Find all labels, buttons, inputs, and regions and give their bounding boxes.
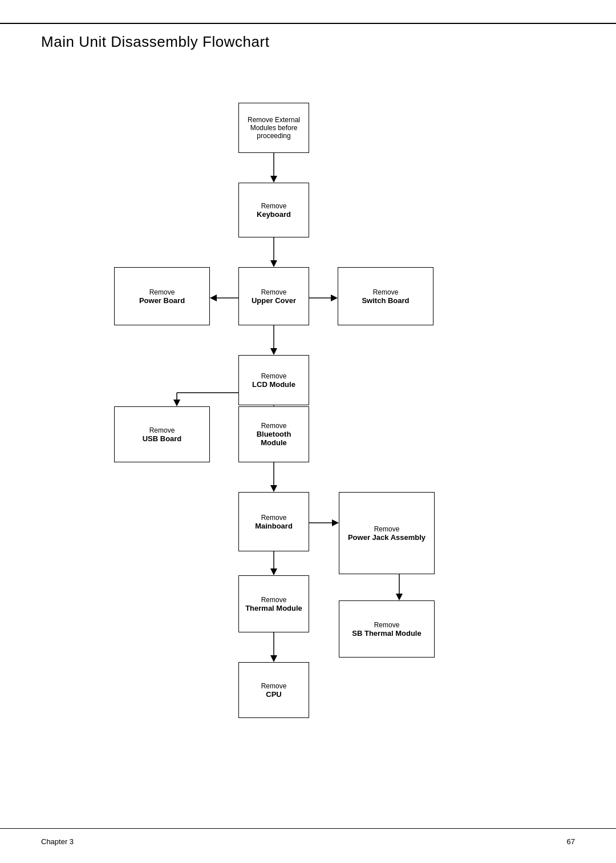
box-bluetooth: Remove Bluetooth Module <box>238 406 309 462</box>
box-upper-cover: Remove Upper Cover <box>238 267 309 325</box>
cpu-remove: Remove <box>261 682 287 690</box>
power-board-remove: Remove <box>149 288 175 296</box>
svg-marker-19 <box>332 519 339 526</box>
lcd-main: LCD Module <box>252 380 295 389</box>
box-thermal: Remove Thermal Module <box>238 575 309 632</box>
svg-marker-21 <box>396 594 403 600</box>
box-mainboard: Remove Mainboard <box>238 492 309 551</box>
box-cpu: Remove CPU <box>238 662 309 718</box>
switch-board-main: Switch Board <box>362 296 409 305</box>
keyboard-main: Keyboard <box>257 210 291 219</box>
footer-page: 67 <box>567 837 575 846</box>
sb-thermal-remove: Remove <box>374 621 400 629</box>
thermal-remove: Remove <box>261 596 287 604</box>
switch-board-remove: Remove <box>373 288 399 296</box>
bluetooth-remove: Remove <box>261 422 287 430</box>
box-lcd-module: Remove LCD Module <box>238 355 309 405</box>
svg-marker-7 <box>331 295 338 301</box>
usb-remove: Remove <box>149 426 175 434</box>
keyboard-remove: Remove <box>261 202 287 210</box>
power-jack-remove: Remove <box>374 525 400 533</box>
box-sb-thermal: Remove SB Thermal Module <box>339 600 435 658</box>
lcd-remove: Remove <box>261 372 287 380</box>
footer-border <box>0 828 616 829</box>
box-external: Remove External Modules before proceedin… <box>238 103 309 153</box>
svg-marker-23 <box>270 568 277 575</box>
upper-cover-remove: Remove <box>261 288 287 296</box>
mainboard-main: Mainboard <box>255 522 293 530</box>
svg-marker-17 <box>270 485 277 492</box>
flowchart-area: Remove External Modules before proceedin… <box>0 68 616 839</box>
page-title: Main Unit Disassembly Flowchart <box>41 33 269 51</box>
box-power-jack: Remove Power Jack Assembly <box>339 492 435 574</box>
box-switch-board: Remove Switch Board <box>338 267 433 325</box>
box-power-board: Remove Power Board <box>114 267 210 325</box>
external-main: Modules before proceeding <box>245 124 303 140</box>
box-keyboard: Remove Keyboard <box>238 183 309 237</box>
thermal-main: Thermal Module <box>245 604 302 612</box>
svg-marker-5 <box>210 295 217 301</box>
svg-marker-3 <box>270 260 277 267</box>
bluetooth-main: Bluetooth Module <box>245 430 303 447</box>
power-jack-main: Power Jack Assembly <box>348 533 425 542</box>
box-usb-board: Remove USB Board <box>114 406 210 462</box>
svg-marker-25 <box>270 655 277 662</box>
power-board-main: Power Board <box>139 296 185 305</box>
svg-marker-1 <box>270 176 277 183</box>
usb-main: USB Board <box>143 434 182 443</box>
mainboard-remove: Remove <box>261 514 287 522</box>
footer-chapter: Chapter 3 <box>41 837 74 846</box>
top-border <box>0 23 616 24</box>
upper-cover-main: Upper Cover <box>252 296 296 305</box>
cpu-main: CPU <box>266 690 281 699</box>
sb-thermal-main: SB Thermal Module <box>352 629 421 638</box>
svg-marker-9 <box>270 348 277 355</box>
svg-marker-13 <box>173 400 180 406</box>
external-label: Remove External <box>248 116 300 124</box>
